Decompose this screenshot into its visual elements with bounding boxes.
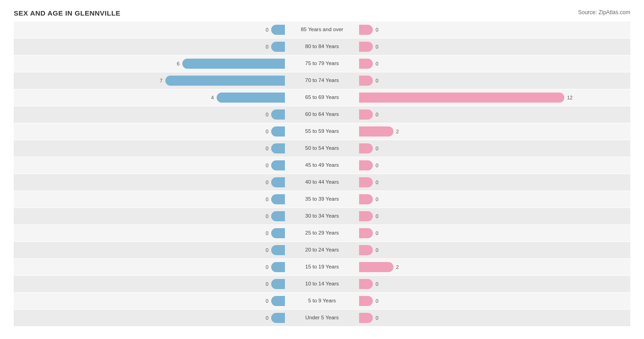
label-section: 35 to 39 Years xyxy=(287,191,357,208)
right-section: 2 xyxy=(357,259,630,275)
left-section: 4 xyxy=(14,89,287,106)
source-text: Source: ZipAtlas.com xyxy=(578,9,630,16)
left-section: 0 xyxy=(14,157,287,174)
right-section: 0 xyxy=(357,293,630,309)
female-bar xyxy=(359,279,373,289)
female-value: 0 xyxy=(376,44,383,49)
left-section: 0 xyxy=(14,38,287,55)
age-label: 5 to 9 Years xyxy=(308,298,336,304)
chart-area: 0 85 Years and over 0 0 80 to 84 Years 0 xyxy=(14,22,630,296)
male-value: 0 xyxy=(261,44,268,49)
female-bar xyxy=(359,126,393,137)
label-section: 55 to 59 Years xyxy=(287,123,357,140)
age-label: 15 to 19 Years xyxy=(305,264,339,270)
right-section: 0 xyxy=(357,191,630,208)
right-section: 12 xyxy=(357,89,630,106)
right-section: 0 xyxy=(357,22,630,38)
male-value: 0 xyxy=(261,27,268,33)
label-section: 10 to 14 Years xyxy=(287,276,357,292)
left-section: 0 xyxy=(14,293,287,309)
male-value: 0 xyxy=(261,230,268,236)
male-value: 7 xyxy=(155,78,163,83)
label-section: 50 to 54 Years xyxy=(287,140,357,157)
right-section: 0 xyxy=(357,208,630,224)
left-section: 0 xyxy=(14,208,287,224)
age-label: 80 to 84 Years xyxy=(305,44,339,50)
female-bar xyxy=(359,25,373,35)
male-value: 0 xyxy=(261,315,268,321)
female-value: 0 xyxy=(376,247,383,253)
male-bar xyxy=(217,93,285,103)
bar-row: 0 45 to 49 Years 0 xyxy=(14,157,630,174)
female-bar xyxy=(359,177,373,187)
female-bar xyxy=(359,143,373,153)
right-section: 0 xyxy=(357,140,630,157)
female-value: 0 xyxy=(376,146,383,151)
female-value: 0 xyxy=(376,112,383,117)
right-section: 0 xyxy=(357,242,630,258)
male-bar xyxy=(271,296,285,306)
age-label: 85 Years and over xyxy=(301,27,344,33)
female-value: 2 xyxy=(396,129,404,134)
label-section: 5 to 9 Years xyxy=(287,293,357,309)
bar-row: 0 20 to 24 Years 0 xyxy=(14,242,630,258)
female-value: 0 xyxy=(376,27,383,33)
male-bar xyxy=(271,126,285,137)
label-section: 65 to 69 Years xyxy=(287,89,357,106)
male-bar xyxy=(271,143,285,153)
male-bar xyxy=(271,25,285,35)
male-value: 0 xyxy=(261,197,268,202)
female-bar xyxy=(359,59,373,69)
label-section: 20 to 24 Years xyxy=(287,242,357,258)
left-section: 0 xyxy=(14,106,287,123)
male-bar xyxy=(271,109,285,120)
male-value: 0 xyxy=(261,163,268,168)
female-value: 2 xyxy=(396,264,404,270)
age-label: 25 to 29 Years xyxy=(305,230,339,236)
male-bar xyxy=(165,76,285,86)
label-section: 40 to 44 Years xyxy=(287,174,357,191)
label-section: 85 Years and over xyxy=(287,22,357,38)
female-bar xyxy=(359,262,393,272)
age-label: 65 to 69 Years xyxy=(305,94,339,101)
female-value: 0 xyxy=(376,180,383,185)
label-section: Under 5 Years xyxy=(287,310,357,326)
male-bar xyxy=(271,262,285,272)
female-bar xyxy=(359,194,373,204)
bar-row: 6 75 to 79 Years 0 xyxy=(14,55,630,72)
age-label: 10 to 14 Years xyxy=(305,281,339,287)
left-section: 0 xyxy=(14,174,287,191)
male-bar xyxy=(271,228,285,238)
age-label: 55 to 59 Years xyxy=(305,128,339,135)
male-bar xyxy=(271,279,285,289)
right-section: 0 xyxy=(357,106,630,123)
male-bar xyxy=(271,245,285,255)
female-value: 0 xyxy=(376,213,383,219)
label-section: 15 to 19 Years xyxy=(287,259,357,275)
left-section: 0 xyxy=(14,310,287,326)
left-section: 0 xyxy=(14,276,287,292)
female-value: 0 xyxy=(376,315,383,321)
label-section: 80 to 84 Years xyxy=(287,38,357,55)
right-section: 0 xyxy=(357,174,630,191)
right-section: 0 xyxy=(357,72,630,89)
male-bar xyxy=(271,194,285,204)
right-section: 0 xyxy=(357,157,630,174)
right-section: 0 xyxy=(357,225,630,241)
female-bar xyxy=(359,93,564,103)
female-value: 12 xyxy=(567,95,574,100)
female-value: 0 xyxy=(376,281,383,287)
left-section: 0 xyxy=(14,259,287,275)
female-bar xyxy=(359,76,373,86)
left-section: 6 xyxy=(14,55,287,72)
bar-row: 0 25 to 29 Years 0 xyxy=(14,225,630,241)
bar-row: 4 65 to 69 Years 12 xyxy=(14,89,630,106)
chart-container: SEX AND AGE IN GLENNVILLE Source: ZipAtl… xyxy=(0,0,644,339)
male-value: 0 xyxy=(261,247,268,253)
bar-row: 0 40 to 44 Years 0 xyxy=(14,174,630,191)
label-section: 45 to 49 Years xyxy=(287,157,357,174)
male-value: 0 xyxy=(261,129,268,134)
male-value: 0 xyxy=(261,146,268,151)
label-section: 60 to 64 Years xyxy=(287,106,357,123)
male-bar xyxy=(271,160,285,170)
